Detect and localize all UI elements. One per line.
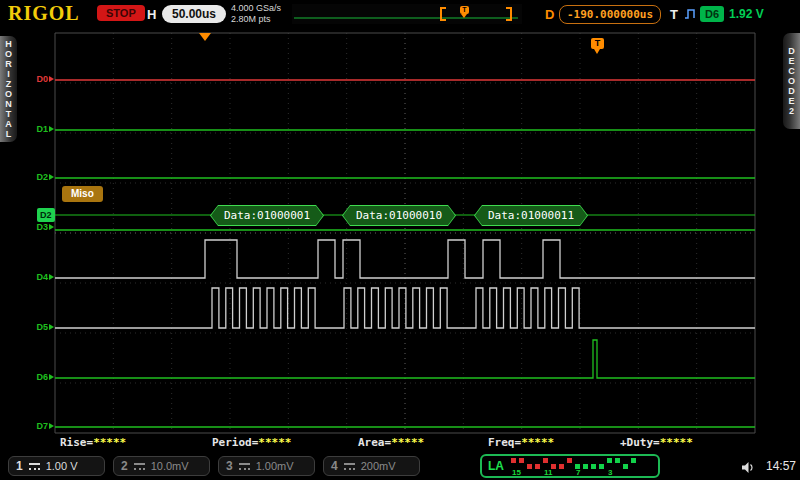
window-bracket-left-icon — [440, 7, 446, 21]
tab-decode2-label: DECODE2 — [787, 46, 797, 116]
la-led — [607, 458, 612, 463]
la-led — [519, 458, 524, 463]
channel-1-status-box[interactable]: 11.00 V — [8, 456, 105, 476]
coupling-icon — [29, 463, 40, 470]
la-led — [615, 458, 620, 463]
la-led — [599, 464, 604, 469]
la-led — [583, 464, 588, 469]
trigger-level-value: 1.92 V — [729, 7, 764, 21]
coupling-icon — [344, 463, 355, 470]
la-channel-number: 11 — [544, 468, 552, 477]
la-led — [511, 458, 516, 463]
status-bar: RIGOL STOP H 50.00us 4.000 GSa/s 2.80M p… — [0, 0, 800, 30]
tab-decode2-menu[interactable]: DECODE2 — [783, 33, 800, 129]
waveform-display-area[interactable] — [0, 0, 800, 480]
channel-3-status-box[interactable]: 31.00mV — [218, 456, 315, 476]
la-led — [527, 464, 532, 469]
overview-trigger-marker-icon: T — [460, 6, 469, 14]
la-led — [623, 464, 628, 469]
delay-label: D — [545, 7, 554, 22]
rigol-logo: RIGOL — [8, 2, 80, 25]
la-channel-number: 7 — [576, 468, 580, 477]
waveform-overview-bar[interactable]: T — [292, 4, 522, 24]
trigger-label: T — [670, 7, 678, 22]
horizontal-offset-value[interactable]: -190.000000us — [559, 5, 661, 24]
run-state-badge[interactable]: STOP — [97, 5, 145, 21]
channel-2-status-box[interactable]: 210.0mV — [113, 456, 210, 476]
channel-4-status-box[interactable]: 4200mV — [323, 456, 420, 476]
measurement-period: Period=***** — [212, 436, 291, 449]
decode-line-name-tag: Miso — [62, 186, 103, 202]
timebase-value[interactable]: 50.00us — [162, 5, 226, 23]
la-channel-state-grid: 151173 — [511, 457, 643, 477]
memory-depth: 2.80M pts — [231, 14, 281, 25]
coupling-icon — [239, 463, 250, 470]
overview-waveform — [292, 4, 522, 24]
measurement-duty: +Duty=***** — [620, 436, 693, 449]
la-led — [559, 464, 564, 469]
tab-horizontal-menu[interactable]: HORIZONTAL — [0, 36, 17, 142]
measurement-row: Rise=*****Period=*****Area=*****Freq=***… — [0, 436, 800, 450]
coupling-icon — [134, 463, 145, 470]
la-led — [543, 458, 548, 463]
sample-rate: 4.000 GSa/s — [231, 3, 281, 14]
tab-horizontal-label: HORIZONTAL — [4, 39, 14, 139]
la-channel-number: 15 — [512, 468, 521, 477]
la-channel-number: 3 — [608, 468, 612, 477]
la-led — [591, 464, 596, 469]
channel-status-bar: 11.00 V210.0mV31.00mV4200mV LA 151173 14… — [0, 452, 800, 480]
oscilloscope-screen: RIGOL STOP H 50.00us 4.000 GSa/s 2.80M p… — [0, 0, 800, 480]
speaker-icon — [741, 460, 755, 478]
logic-analyzer-status[interactable]: LA 151173 — [480, 454, 660, 478]
la-led — [567, 458, 572, 463]
measurement-freq: Freq=***** — [488, 436, 554, 449]
la-led — [535, 464, 540, 469]
trigger-source-badge[interactable]: D6 — [700, 6, 724, 22]
la-label: LA — [488, 457, 504, 475]
decode-bus-label[interactable]: D2 — [37, 208, 55, 222]
horizontal-label: H — [147, 7, 156, 22]
acquisition-info: 4.000 GSa/s 2.80M pts — [231, 3, 281, 25]
measurement-area: Area=***** — [358, 436, 424, 449]
measurement-rise: Rise=***** — [60, 436, 126, 449]
window-bracket-right-icon — [506, 7, 512, 21]
system-clock: 14:57 — [758, 459, 796, 473]
la-led — [631, 458, 636, 463]
